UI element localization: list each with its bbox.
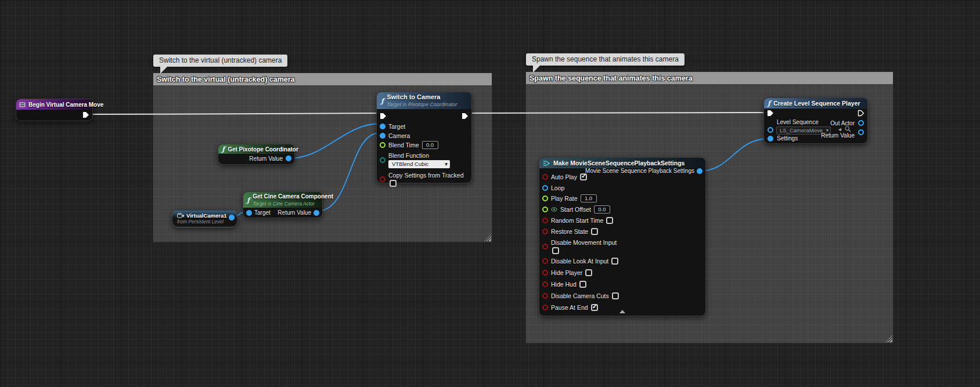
exec-out-pin[interactable] — [82, 111, 89, 118]
node-begin-virtual-camera-move[interactable]: Begin Virtual Camera Move — [16, 99, 93, 121]
blueprint-graph-canvas[interactable]: Switch to the virtual (untracked) camera… — [0, 0, 980, 387]
node-switch-to-camera[interactable]: ƒ Switch to Camera Target is Pixotope Co… — [376, 92, 472, 183]
node-virtualcamera1-reference[interactable]: VirtualCamera1 from Persistent Level — [172, 210, 237, 227]
blend-function-dropdown[interactable]: VTBlend Cubic — [388, 160, 450, 168]
pin-label: Return Value — [249, 155, 283, 162]
random-start-time-checkbox[interactable] — [606, 217, 613, 224]
pin-label: Play Rate — [551, 195, 578, 202]
pin-label: Pause At End — [551, 304, 588, 311]
copy-settings-pin[interactable] — [380, 176, 385, 182]
hide-player-pin[interactable] — [542, 270, 548, 276]
pin-label: Blend Function — [388, 152, 450, 159]
pin-label: Disable Look At Input — [551, 258, 608, 265]
pin-label: Hide Player — [551, 269, 582, 276]
pin-label: Blend Time — [388, 142, 419, 149]
target-pin[interactable] — [380, 124, 385, 129]
out-actor-pin[interactable] — [858, 120, 864, 126]
comment-tooltip: Switch to the virtual (untracked) camera — [153, 55, 287, 67]
exec-in-pin[interactable] — [380, 113, 387, 120]
hide-hud-pin[interactable] — [542, 281, 548, 287]
node-title: Get Pixotope Coordinator — [228, 146, 298, 153]
function-icon: ƒ — [222, 146, 225, 153]
disable-camera-cuts-checkbox[interactable] — [612, 292, 619, 299]
node-create-level-sequence-player[interactable]: ƒ Create Level Sequence Player Level Seq… — [763, 97, 868, 144]
node-title: Begin Virtual Camera Move — [28, 102, 103, 108]
blend-function-pin[interactable] — [380, 157, 385, 163]
hide-player-checkbox[interactable] — [585, 269, 592, 276]
actor-output-pin[interactable] — [229, 215, 235, 220]
target-pin[interactable] — [246, 210, 252, 216]
pin-label: Disable Movement Input — [551, 239, 617, 246]
output-pin-row: Movie Scene Sequence Playback Settings — [585, 168, 702, 174]
exec-out-pin[interactable] — [858, 110, 864, 117]
node-get-cine-camera-component[interactable]: ƒ Get Cine Camera Component Target is Ci… — [243, 191, 323, 218]
pin-label: Target — [388, 123, 405, 130]
disable-look-at-input-pin[interactable] — [542, 258, 548, 264]
start-offset-input[interactable]: 0.0 — [594, 205, 610, 214]
node-title: Make MovieSceneSequencePlaybackSettings — [553, 160, 684, 167]
loop-pin[interactable] — [542, 185, 548, 191]
disable-movement-input-checkbox[interactable] — [552, 247, 559, 254]
node-title: Get Cine Camera Component — [253, 193, 333, 201]
restore-state-pin[interactable] — [542, 229, 548, 234]
blend-time-pin[interactable] — [380, 142, 385, 148]
level-sequence-pin[interactable] — [768, 127, 773, 133]
node-subtitle: from Persistent Level — [172, 219, 237, 225]
comment-header[interactable]: Switch to the virtual (untracked) camera — [153, 73, 492, 85]
auto-play-checkbox[interactable] — [580, 173, 587, 180]
comment-resize-handle[interactable] — [885, 335, 892, 342]
pin-label: Copy Settings from Tracked — [388, 172, 464, 179]
function-icon: ƒ — [768, 100, 770, 107]
camera-pin[interactable] — [380, 133, 385, 139]
node-title: VirtualCamera1 — [186, 212, 227, 219]
pin-label: Disable Camera Cuts — [551, 292, 609, 299]
node-title: Create Level Sequence Player — [773, 100, 860, 107]
disable-camera-cuts-pin[interactable] — [542, 293, 548, 299]
node-title: Switch to Camera — [387, 93, 457, 102]
return-value-pin[interactable] — [286, 155, 291, 161]
return-value-pin[interactable] — [858, 129, 864, 135]
pin-label: Target — [254, 209, 271, 216]
camera-icon — [177, 213, 184, 218]
pin-label: Loop — [551, 185, 564, 191]
custom-event-icon — [19, 102, 26, 107]
settings-pin[interactable] — [768, 136, 773, 142]
auto-play-pin[interactable] — [542, 174, 548, 180]
pin-label: Restore State — [551, 228, 588, 235]
function-icon: ƒ — [247, 197, 250, 204]
collapse-advanced-pins-icon[interactable] — [619, 310, 625, 313]
disable-movement-input-pin[interactable] — [542, 244, 548, 249]
comment-tooltip: Spawn the sequence that animates this ca… — [526, 53, 684, 66]
disable-look-at-input-checkbox[interactable] — [611, 258, 618, 265]
pause-at-end-pin[interactable] — [542, 305, 548, 310]
return-value-pin[interactable] — [314, 210, 319, 216]
pin-label: Start Offset — [560, 206, 591, 213]
comment-header[interactable]: Spawn the sequence that animates this ca… — [526, 72, 893, 84]
node-make-playback-settings[interactable]: Make MovieSceneSequencePlaybackSettings … — [539, 157, 706, 316]
pin-label: Settings — [777, 135, 798, 142]
play-rate-input[interactable]: 1.0 — [581, 194, 597, 202]
random-start-time-pin[interactable] — [542, 218, 548, 223]
restore-state-checkbox[interactable] — [591, 228, 598, 235]
pause-at-end-checkbox[interactable] — [591, 304, 598, 311]
pin-label: Return Value — [821, 132, 855, 139]
node-subtitle: Target is Cine Camera Actor — [253, 201, 333, 207]
node-get-pixotope-coordinator[interactable]: ƒ Get Pixotope Coordinator Return Value — [218, 144, 295, 165]
make-struct-icon — [543, 160, 550, 167]
exec-out-pin[interactable] — [462, 113, 469, 120]
function-icon: ƒ — [381, 97, 384, 104]
pin-label: Movie Scene Sequence Playback Settings — [585, 168, 694, 174]
hide-hud-checkbox[interactable] — [579, 281, 586, 288]
pin-label: Auto Play — [551, 173, 577, 180]
playback-settings-output-pin[interactable] — [697, 168, 702, 174]
exec-in-pin[interactable] — [767, 110, 774, 117]
copy-settings-checkbox[interactable] — [390, 180, 397, 187]
play-rate-pin[interactable] — [542, 196, 548, 201]
comment-resize-handle[interactable] — [484, 234, 491, 241]
pin-label: Return Value — [278, 209, 311, 216]
blend-time-input[interactable]: 0.0 — [422, 141, 438, 149]
start-offset-pin[interactable] — [542, 207, 548, 212]
eye-icon — [551, 207, 557, 212]
pin-label: Hide Hud — [551, 281, 577, 288]
node-subtitle: Target is Pixotope Coordinator — [387, 102, 457, 108]
